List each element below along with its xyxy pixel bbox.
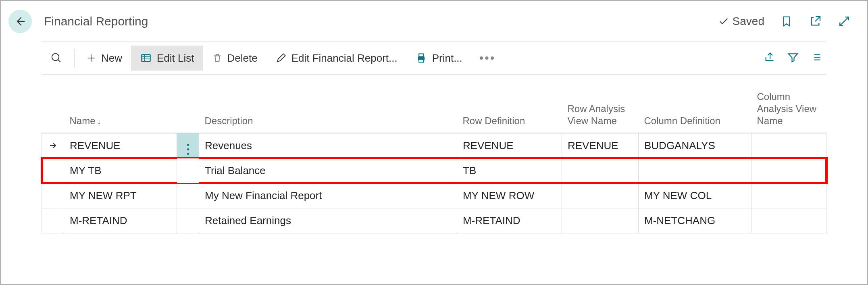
cell-column-analysis[interactable] xyxy=(751,158,826,183)
list-icon xyxy=(810,52,822,62)
row-indicator[interactable] xyxy=(42,208,64,233)
cell-name[interactable]: MY TB xyxy=(64,158,177,183)
col-row-analysis-header[interactable]: Row Analysis View Name xyxy=(562,87,639,133)
pencil-icon xyxy=(275,52,287,64)
table-row[interactable]: MY NEW RPT My New Financial Report MY NE… xyxy=(42,183,826,208)
arrow-left-icon xyxy=(13,15,27,28)
new-button[interactable]: New xyxy=(77,46,131,71)
cell-name[interactable]: MY NEW RPT xyxy=(64,183,177,208)
cell-column-definition[interactable] xyxy=(639,158,751,183)
cell-row-analysis[interactable] xyxy=(562,208,639,233)
check-icon xyxy=(718,16,729,27)
new-label: New xyxy=(101,52,122,64)
svg-rect-4 xyxy=(419,60,424,62)
col-description-header[interactable]: Description xyxy=(199,87,457,133)
saved-label: Saved xyxy=(733,15,764,28)
col-column-definition-header[interactable]: Column Definition xyxy=(639,87,751,133)
cell-description[interactable]: Retained Earnings xyxy=(199,208,457,233)
cell-column-definition[interactable]: M-NETCHANG xyxy=(639,208,751,233)
back-button[interactable] xyxy=(8,10,32,33)
cell-column-definition[interactable]: BUDGANALYS xyxy=(639,133,751,158)
page-title: Financial Reporting xyxy=(44,15,718,28)
cell-column-analysis[interactable] xyxy=(751,133,826,158)
delete-label: Delete xyxy=(227,52,258,64)
saved-indicator: Saved xyxy=(718,15,764,28)
edit-list-icon xyxy=(140,53,152,63)
cell-row-definition[interactable]: M-RETAIND xyxy=(457,208,562,233)
more-actions-button[interactable]: ••• xyxy=(471,51,504,65)
cell-column-definition[interactable]: MY NEW COL xyxy=(639,183,751,208)
filter-icon xyxy=(787,51,799,63)
print-icon xyxy=(415,52,427,64)
search-button[interactable] xyxy=(42,46,71,71)
cell-row-definition[interactable]: REVENUE xyxy=(457,133,562,158)
col-selector xyxy=(42,87,64,133)
col-row-definition-header[interactable]: Row Definition xyxy=(457,87,562,133)
financial-reports-table: Name↓ Description Row Definition Row Ana… xyxy=(42,87,826,233)
edit-report-label: Edit Financial Report... xyxy=(291,52,398,64)
col-name-header[interactable]: Name↓ xyxy=(64,87,177,133)
share-button[interactable] xyxy=(764,52,776,64)
search-icon xyxy=(50,52,62,64)
delete-button[interactable]: Delete xyxy=(203,46,266,71)
row-indicator[interactable] xyxy=(42,183,64,208)
row-menu-button[interactable] xyxy=(177,183,199,208)
plus-icon xyxy=(86,53,96,63)
cell-column-analysis[interactable] xyxy=(751,183,826,208)
table-row[interactable]: REVENUE Revenues REVENUE REVENUE BUDGANA… xyxy=(42,133,826,158)
bookmark-button[interactable] xyxy=(781,15,793,28)
filter-button[interactable] xyxy=(787,51,799,65)
expand-button[interactable] xyxy=(838,15,851,28)
print-button[interactable]: Print... xyxy=(406,46,471,71)
popout-icon xyxy=(809,15,822,28)
expand-icon xyxy=(838,15,851,28)
edit-financial-report-button[interactable]: Edit Financial Report... xyxy=(266,46,406,71)
cell-column-analysis[interactable] xyxy=(751,208,826,233)
cell-row-analysis[interactable]: REVENUE xyxy=(562,133,639,158)
col-actions xyxy=(177,87,199,133)
table-row[interactable]: M-RETAIND Retained Earnings M-RETAIND M-… xyxy=(42,208,826,233)
row-indicator[interactable] xyxy=(42,133,64,158)
ellipsis-icon: ••• xyxy=(479,51,496,64)
row-menu-button[interactable] xyxy=(177,208,199,233)
cell-row-definition[interactable]: TB xyxy=(457,158,562,183)
col-name-label: Name xyxy=(70,115,96,126)
cell-name[interactable]: M-RETAIND xyxy=(64,208,177,233)
cell-name[interactable]: REVENUE xyxy=(64,133,177,158)
share-icon xyxy=(764,52,776,63)
popout-button[interactable] xyxy=(809,15,822,28)
table-row[interactable]: MY TB Trial Balance TB xyxy=(42,158,826,183)
trash-icon xyxy=(212,52,223,64)
svg-rect-1 xyxy=(142,54,150,61)
cell-row-analysis[interactable] xyxy=(562,183,639,208)
cell-description[interactable]: Trial Balance xyxy=(199,158,457,183)
kebab-icon xyxy=(187,144,189,155)
arrow-right-icon xyxy=(48,141,58,150)
separator xyxy=(74,49,75,67)
row-menu-button[interactable] xyxy=(177,158,199,183)
divider xyxy=(42,74,826,75)
row-menu-button[interactable] xyxy=(177,133,199,158)
cell-row-definition[interactable]: MY NEW ROW xyxy=(457,183,562,208)
cell-row-analysis[interactable] xyxy=(562,158,639,183)
cell-description[interactable]: My New Financial Report xyxy=(199,183,457,208)
edit-list-button[interactable]: Edit List xyxy=(131,46,203,71)
col-column-analysis-header[interactable]: Column Analysis View Name xyxy=(751,87,826,133)
list-view-button[interactable] xyxy=(810,52,822,64)
bookmark-icon xyxy=(781,15,793,28)
row-indicator[interactable] xyxy=(42,158,64,183)
sort-down-icon: ↓ xyxy=(97,117,101,126)
svg-rect-3 xyxy=(419,54,424,57)
edit-list-label: Edit List xyxy=(157,52,194,64)
svg-point-0 xyxy=(52,54,59,61)
cell-description[interactable]: Revenues xyxy=(199,133,457,158)
print-label: Print... xyxy=(432,52,462,64)
